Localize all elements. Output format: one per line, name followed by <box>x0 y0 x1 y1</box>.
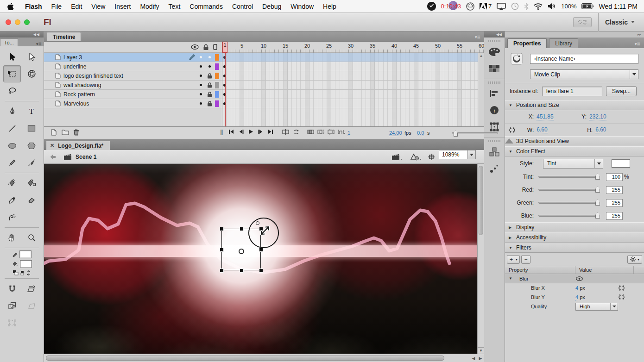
transform-handle-s[interactable] <box>240 268 244 273</box>
layer-row-logo-design-finished-text[interactable]: logo design finished text <box>44 71 222 81</box>
symbol-type-dropdown[interactable]: Movie Clip <box>530 69 638 79</box>
layer-visibility-dot[interactable] <box>196 56 205 58</box>
frame-row[interactable] <box>222 71 478 81</box>
center-stage-button[interactable] <box>428 150 435 164</box>
color-panel-button[interactable] <box>486 45 502 59</box>
stage-zoom-select[interactable]: 1089% <box>439 150 476 159</box>
onion-skin-button[interactable] <box>307 129 314 135</box>
hand-tool[interactable] <box>3 229 21 246</box>
scene-name[interactable]: Scene 1 <box>76 150 96 164</box>
bluetooth-icon[interactable] <box>524 3 529 10</box>
layer-name[interactable]: Rock pattern <box>63 91 188 98</box>
step-forward-button[interactable] <box>258 129 264 135</box>
stage-horizontal-scrollbar[interactable]: ◀ ▶ <box>44 354 484 362</box>
vertical-scroll-thumb[interactable] <box>479 166 483 235</box>
go-to-first-frame-button[interactable] <box>228 129 234 135</box>
section-accessibility[interactable]: ▶ Accessibility <box>505 232 644 243</box>
airplay-display-icon[interactable] <box>497 3 506 10</box>
loop-playback-button[interactable] <box>293 129 300 135</box>
rectangle-tool[interactable] <box>23 120 40 137</box>
info-panel-button[interactable]: i <box>486 103 502 117</box>
zoom-in-timeline-icon[interactable] <box>505 131 513 139</box>
red-slider-thumb[interactable] <box>595 187 600 193</box>
filter-group-blur[interactable]: ▼ Blur <box>505 274 644 283</box>
tint-slider-thumb[interactable] <box>595 174 600 180</box>
current-frame-indicator[interactable]: 1 <box>347 130 350 136</box>
minimize-window-button[interactable] <box>15 19 20 25</box>
y-value[interactable]: 232.10 <box>589 113 606 120</box>
components-panel-button[interactable] <box>486 145 502 159</box>
oval-tool[interactable] <box>3 137 21 154</box>
go-to-last-frame-button[interactable] <box>267 129 273 135</box>
battery-icon[interactable] <box>581 3 593 9</box>
free-transform-tool[interactable] <box>3 65 21 82</box>
step-back-button[interactable] <box>238 129 244 135</box>
layer-visibility-dot[interactable] <box>196 102 205 105</box>
center-frame-button[interactable] <box>282 129 289 135</box>
frame-row[interactable] <box>222 99 478 108</box>
red-value[interactable]: 255 <box>606 186 623 194</box>
dock-group-grip[interactable] <box>488 81 500 84</box>
layer-visibility-dot[interactable] <box>196 93 205 95</box>
instance-name-input[interactable]: ‹Instance Name› <box>530 54 638 64</box>
playhead-marker[interactable]: 1 <box>222 42 227 53</box>
no-color-icon[interactable] <box>20 270 25 275</box>
layer-color-swatch[interactable] <box>215 73 219 79</box>
deco-tool[interactable] <box>3 209 21 226</box>
layer-lock-icon[interactable] <box>205 73 214 79</box>
section-3d-position-and-view[interactable]: ▶ 3D Position and View <box>505 136 644 146</box>
green-value[interactable]: 255 <box>606 199 623 207</box>
eyedropper-tool[interactable] <box>3 192 21 209</box>
brush-tool[interactable] <box>23 154 40 171</box>
show-hide-all-layers-icon[interactable] <box>191 44 199 50</box>
tint-slider[interactable] <box>538 176 600 178</box>
fill-color-swatch[interactable] <box>20 260 32 268</box>
menu-view[interactable]: View <box>87 3 110 10</box>
creative-cloud-icon[interactable] <box>466 2 474 11</box>
apple-menu-icon[interactable] <box>7 3 14 10</box>
h-value[interactable]: 6.60 <box>595 126 606 133</box>
recording-timer[interactable]: 0:10:43 <box>441 3 461 10</box>
layer-color-swatch[interactable] <box>215 82 219 88</box>
timeline-zoom-slider[interactable] <box>452 132 498 134</box>
layer-name[interactable]: wall shadowing <box>63 82 188 88</box>
tint-color-chip[interactable] <box>612 159 630 168</box>
timeline-zoom-slider-thumb[interactable] <box>454 131 458 137</box>
layer-visibility-dot[interactable] <box>196 84 205 86</box>
onion-skin-outlines-button[interactable] <box>317 129 324 135</box>
link-blur-icon[interactable] <box>618 285 625 291</box>
menubar-clock[interactable]: Wed 1:11 PM <box>599 3 638 10</box>
play-button[interactable] <box>248 129 253 135</box>
blue-slider[interactable] <box>538 215 600 217</box>
menu-flash[interactable]: Flash <box>20 3 47 10</box>
frames-grid[interactable] <box>222 53 478 126</box>
tools-panel-tab[interactable]: To... <box>0 38 18 46</box>
frame-row[interactable] <box>222 90 478 99</box>
menu-help[interactable]: Help <box>318 3 341 10</box>
edit-symbols-button[interactable] <box>410 150 422 164</box>
dock-group-grip[interactable] <box>488 140 500 142</box>
lasso-tool[interactable] <box>3 82 21 100</box>
line-tool[interactable] <box>3 120 21 137</box>
layer-row-layer3[interactable]: Layer 3 <box>44 53 222 62</box>
lock-all-layers-icon[interactable] <box>203 44 209 50</box>
frame-row[interactable] <box>222 62 478 71</box>
transform-handle-nw[interactable] <box>220 227 224 231</box>
transform-panel-button[interactable] <box>486 120 502 134</box>
volume-icon[interactable] <box>548 3 556 10</box>
layer-color-swatch[interactable] <box>215 54 219 61</box>
menu-file[interactable]: File <box>47 3 67 10</box>
menu-insert[interactable]: Insert <box>110 3 135 10</box>
stage-vertical-scrollbar[interactable]: ▼ <box>477 164 484 354</box>
wifi-icon[interactable] <box>534 3 543 10</box>
document-tab[interactable]: ✕ Logo_Design.fla* <box>46 141 110 150</box>
frame-rate-value[interactable]: 24.00 <box>389 130 402 136</box>
layer-lock-dot[interactable] <box>205 65 214 68</box>
style-dropdown[interactable]: Tint <box>543 159 603 169</box>
menu-modify[interactable]: Modify <box>135 3 164 10</box>
quality-dropdown[interactable]: High <box>575 303 618 311</box>
red-slider[interactable] <box>538 189 600 191</box>
transform-handle-se[interactable] <box>259 268 263 273</box>
menu-commands[interactable]: Commands <box>185 3 227 10</box>
layer-row-marvelous[interactable]: Marvelous <box>44 99 222 108</box>
